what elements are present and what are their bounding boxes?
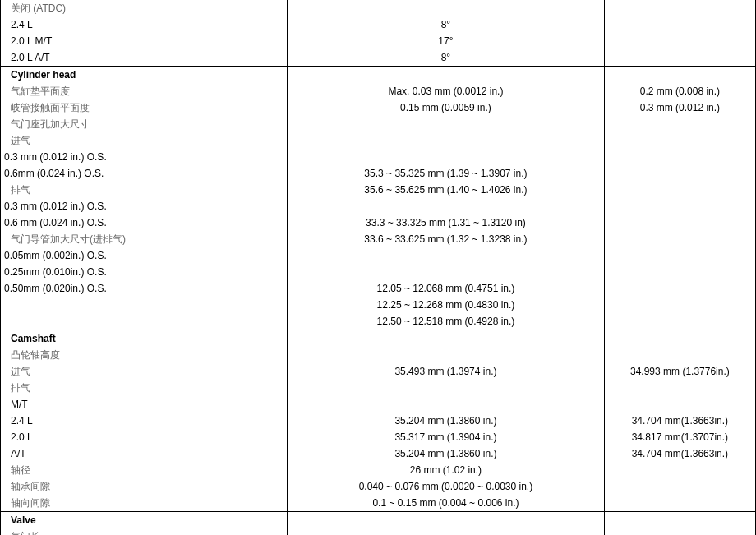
cell-text xyxy=(605,330,755,347)
cell-text xyxy=(605,280,755,297)
cell-text: 轴径 xyxy=(1,462,287,478)
cell-text xyxy=(605,247,755,264)
cell-text: 2.4 L xyxy=(1,413,287,429)
cell-text: 17° xyxy=(288,33,604,49)
cell-text xyxy=(605,182,755,198)
cell-text: 0.15 mm (0.0059 in.) xyxy=(288,99,604,116)
cell-text xyxy=(605,0,755,16)
cell-text: 35.6 ~ 35.625 mm (1.40 ~ 1.4026 in.) xyxy=(288,182,604,198)
cell-text: 34.704 mm(1.3663in.) xyxy=(605,413,755,429)
cell-text xyxy=(605,396,755,413)
cell-text: 凸轮轴高度 xyxy=(1,347,287,363)
cell-text: 12.05 ~ 12.068 mm (0.4751 in.) xyxy=(288,280,604,297)
cell-text: 0.040 ~ 0.076 mm (0.0020 ~ 0.0030 in.) xyxy=(288,478,604,495)
cell-text: 0.6mm (0.024 in.) O.S. xyxy=(1,165,287,182)
cell-text: 35.204 mm (1.3860 in.) xyxy=(288,413,604,429)
cell-text: 34.704 mm(1.3663in.) xyxy=(605,445,755,462)
cell-text: 气门座孔加大尺寸 xyxy=(1,116,287,132)
cell-text: 关闭 (ATDC) xyxy=(1,0,287,16)
cell-text xyxy=(605,231,755,247)
cell-text xyxy=(288,264,604,280)
cell-text xyxy=(288,198,604,214)
cell-text xyxy=(605,297,755,313)
cell-text: Valve xyxy=(1,512,287,528)
cell-text xyxy=(288,67,604,83)
cell-text: A/T xyxy=(1,445,287,462)
cell-text xyxy=(605,49,755,66)
table-section: 关闭 (ATDC)2.4 L2.0 L M/T2.0 L A/T 8°17°8° xyxy=(1,0,756,67)
cell-text: 排气 xyxy=(1,380,287,396)
cell-text xyxy=(288,116,604,132)
cell-text: 排气 xyxy=(1,182,287,198)
cell-text xyxy=(605,132,755,149)
cell-text: 气缸垫平面度 xyxy=(1,83,287,99)
spec-table: 关闭 (ATDC)2.4 L2.0 L M/T2.0 L A/T 8°17°8°… xyxy=(0,0,756,535)
cell-text: 进气 xyxy=(1,132,287,149)
cell-text xyxy=(1,297,287,313)
cell-text: 0.50mm (0.020in.) O.S. xyxy=(1,280,287,297)
table-section: Cylinder head气缸垫平面度岐管接触面平面度气门座孔加大尺寸进气0.3… xyxy=(1,67,756,330)
cell-text: 2.0 L xyxy=(1,429,287,445)
cell-text: 0.3 mm (0.012 in.) O.S. xyxy=(1,149,287,165)
cell-text: 35.493 mm (1.3974 in.) xyxy=(288,363,604,380)
cell-text: 2.0 L M/T xyxy=(1,33,287,49)
table-section: Camshaft凸轮轴高度进气排气M/T2.4 L2.0 LA/T轴径轴承间隙轴… xyxy=(1,330,756,512)
cell-text xyxy=(288,512,604,528)
cell-text: Max. 0.03 mm (0.0012 in.) xyxy=(288,83,604,99)
cell-text xyxy=(1,313,287,330)
cell-text: 12.50 ~ 12.518 mm (0.4928 in.) xyxy=(288,313,604,330)
cell-text: 35.3 ~ 35.325 mm (1.39 ~ 1.3907 in.) xyxy=(288,165,604,182)
cell-text xyxy=(288,528,604,535)
cell-text: 轴向间隙 xyxy=(1,495,287,511)
cell-text xyxy=(605,380,755,396)
cell-text: Cylinder head xyxy=(1,67,287,83)
cell-text: 33.3 ~ 33.325 mm (1.31 ~ 1.3120 in) xyxy=(288,214,604,231)
cell-text xyxy=(605,264,755,280)
cell-text xyxy=(605,512,755,528)
cell-text xyxy=(605,313,755,330)
cell-text xyxy=(288,330,604,347)
cell-text: 岐管接触面平面度 xyxy=(1,99,287,116)
cell-text: 8° xyxy=(288,49,604,66)
cell-text xyxy=(605,165,755,182)
cell-text xyxy=(288,380,604,396)
cell-text: 0.3 mm (0.012 in.) O.S. xyxy=(1,198,287,214)
cell-text xyxy=(605,214,755,231)
cell-text: 34.993 mm (1.3776in.) xyxy=(605,363,755,380)
cell-text: 0.1 ~ 0.15 mm (0.004 ~ 0.006 in.) xyxy=(288,495,604,511)
cell-text: 轴承间隙 xyxy=(1,478,287,495)
cell-text xyxy=(605,347,755,363)
cell-text: 气门导管加大尺寸(进排气) xyxy=(1,231,287,247)
cell-text: 2.4 L xyxy=(1,16,287,33)
table-section: Valve气门长进气排气气门杆直径 109.5 mm (4.311 in.)10… xyxy=(1,512,756,536)
cell-text: 气门长 xyxy=(1,528,287,535)
cell-text xyxy=(288,132,604,149)
cell-text xyxy=(288,247,604,264)
cell-text xyxy=(605,116,755,132)
cell-text: 34.817 mm(1.3707in.) xyxy=(605,429,755,445)
cell-text xyxy=(605,462,755,478)
cell-text: 0.25mm (0.010in.) O.S. xyxy=(1,264,287,280)
cell-text: 进气 xyxy=(1,363,287,380)
cell-text: M/T xyxy=(1,396,287,413)
cell-text: Camshaft xyxy=(1,330,287,347)
cell-text: 2.0 L A/T xyxy=(1,49,287,66)
cell-text: 33.6 ~ 33.625 mm (1.32 ~ 1.3238 in.) xyxy=(288,231,604,247)
cell-text xyxy=(605,16,755,33)
cell-text xyxy=(605,495,755,511)
cell-text: 12.25 ~ 12.268 mm (0.4830 in.) xyxy=(288,297,604,313)
cell-text xyxy=(605,528,755,535)
cell-text: 8° xyxy=(288,16,604,33)
cell-text: 0.2 mm (0.008 in.) xyxy=(605,83,755,99)
cell-text xyxy=(605,478,755,495)
cell-text xyxy=(605,149,755,165)
cell-text xyxy=(605,198,755,214)
cell-text xyxy=(605,67,755,83)
cell-text: 0.3 mm (0.012 in.) xyxy=(605,99,755,116)
cell-text xyxy=(288,149,604,165)
cell-text xyxy=(288,396,604,413)
cell-text xyxy=(288,347,604,363)
cell-text: 35.204 mm (1.3860 in.) xyxy=(288,445,604,462)
cell-text: 35.317 mm (1.3904 in.) xyxy=(288,429,604,445)
cell-text: 0.6 mm (0.024 in.) O.S. xyxy=(1,214,287,231)
